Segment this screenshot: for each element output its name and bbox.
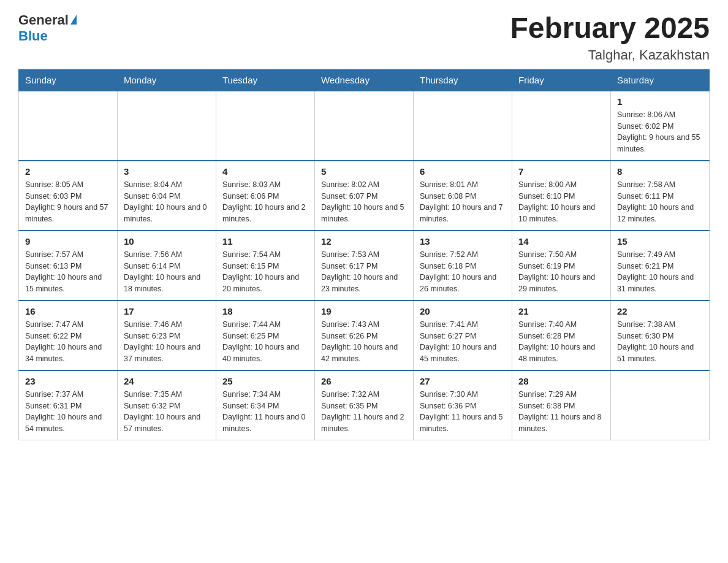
calendar-day-cell: 6Sunrise: 8:01 AMSunset: 6:08 PMDaylight… — [414, 161, 512, 231]
day-info: Sunrise: 8:03 AMSunset: 6:06 PMDaylight:… — [222, 179, 308, 225]
logo-blue-text: Blue — [18, 28, 48, 44]
day-number: 24 — [124, 376, 210, 386]
day-number: 23 — [25, 376, 111, 386]
day-info: Sunrise: 8:06 AMSunset: 6:02 PMDaylight:… — [617, 109, 703, 155]
day-info: Sunrise: 7:44 AMSunset: 6:25 PMDaylight:… — [222, 319, 308, 365]
calendar-day-cell: 18Sunrise: 7:44 AMSunset: 6:25 PMDayligh… — [216, 301, 315, 370]
calendar-day-cell — [611, 370, 710, 440]
day-of-week-header: Sunday — [19, 69, 118, 91]
day-info: Sunrise: 7:50 AMSunset: 6:19 PMDaylight:… — [518, 249, 604, 295]
day-number: 8 — [617, 166, 703, 177]
calendar-day-cell: 12Sunrise: 7:53 AMSunset: 6:17 PMDayligh… — [315, 231, 414, 301]
calendar-table: SundayMondayTuesdayWednesdayThursdayFrid… — [18, 69, 710, 440]
calendar-week-row: 1Sunrise: 8:06 AMSunset: 6:02 PMDaylight… — [19, 91, 710, 161]
title-area: February 2025 Talghar, Kazakhstan — [510, 12, 710, 63]
day-info: Sunrise: 7:47 AMSunset: 6:22 PMDaylight:… — [25, 319, 111, 365]
calendar-day-cell: 23Sunrise: 7:37 AMSunset: 6:31 PMDayligh… — [19, 370, 118, 440]
day-info: Sunrise: 7:52 AMSunset: 6:18 PMDaylight:… — [420, 249, 506, 295]
calendar-day-cell — [512, 91, 611, 161]
day-number: 6 — [420, 166, 506, 177]
logo: General Blue — [18, 12, 77, 44]
day-number: 12 — [321, 236, 407, 247]
calendar-week-row: 2Sunrise: 8:05 AMSunset: 6:03 PMDaylight… — [19, 161, 710, 231]
day-number: 19 — [321, 306, 407, 316]
day-number: 20 — [420, 306, 506, 316]
day-info: Sunrise: 7:41 AMSunset: 6:27 PMDaylight:… — [420, 319, 506, 365]
calendar-day-cell: 9Sunrise: 7:57 AMSunset: 6:13 PMDaylight… — [19, 231, 118, 301]
calendar-day-cell: 14Sunrise: 7:50 AMSunset: 6:19 PMDayligh… — [512, 231, 611, 301]
calendar-day-cell — [414, 91, 512, 161]
calendar-day-cell: 8Sunrise: 7:58 AMSunset: 6:11 PMDaylight… — [611, 161, 710, 231]
day-of-week-header: Wednesday — [315, 69, 414, 91]
day-number: 17 — [124, 306, 210, 316]
day-number: 27 — [420, 376, 506, 386]
calendar-week-row: 23Sunrise: 7:37 AMSunset: 6:31 PMDayligh… — [19, 370, 710, 440]
calendar-day-cell: 24Sunrise: 7:35 AMSunset: 6:32 PMDayligh… — [118, 370, 216, 440]
day-of-week-header: Friday — [512, 69, 611, 91]
day-number: 5 — [321, 166, 407, 177]
day-info: Sunrise: 7:29 AMSunset: 6:38 PMDaylight:… — [518, 389, 604, 435]
day-of-week-header: Monday — [118, 69, 216, 91]
day-info: Sunrise: 8:02 AMSunset: 6:07 PMDaylight:… — [321, 179, 407, 225]
page-header: General Blue February 2025 Talghar, Kaza… — [18, 12, 710, 63]
day-info: Sunrise: 7:38 AMSunset: 6:30 PMDaylight:… — [617, 319, 703, 365]
calendar-day-cell: 13Sunrise: 7:52 AMSunset: 6:18 PMDayligh… — [414, 231, 512, 301]
day-number: 16 — [25, 306, 111, 316]
calendar-day-cell: 17Sunrise: 7:46 AMSunset: 6:23 PMDayligh… — [118, 301, 216, 370]
day-info: Sunrise: 7:34 AMSunset: 6:34 PMDaylight:… — [222, 389, 308, 435]
calendar-day-cell: 27Sunrise: 7:30 AMSunset: 6:36 PMDayligh… — [414, 370, 512, 440]
day-number: 15 — [617, 236, 703, 247]
calendar-day-cell: 19Sunrise: 7:43 AMSunset: 6:26 PMDayligh… — [315, 301, 414, 370]
day-number: 11 — [222, 236, 308, 247]
day-number: 14 — [518, 236, 604, 247]
calendar-day-cell: 16Sunrise: 7:47 AMSunset: 6:22 PMDayligh… — [19, 301, 118, 370]
day-number: 7 — [518, 166, 604, 177]
day-info: Sunrise: 7:53 AMSunset: 6:17 PMDaylight:… — [321, 249, 407, 295]
day-number: 13 — [420, 236, 506, 247]
day-number: 26 — [321, 376, 407, 386]
day-info: Sunrise: 7:57 AMSunset: 6:13 PMDaylight:… — [25, 249, 111, 295]
day-number: 3 — [124, 166, 210, 177]
day-info: Sunrise: 7:54 AMSunset: 6:15 PMDaylight:… — [222, 249, 308, 295]
day-of-week-header: Tuesday — [216, 69, 315, 91]
calendar-day-cell — [118, 91, 216, 161]
day-number: 4 — [222, 166, 308, 177]
calendar-header-row: SundayMondayTuesdayWednesdayThursdayFrid… — [19, 69, 710, 91]
calendar-day-cell: 3Sunrise: 8:04 AMSunset: 6:04 PMDaylight… — [118, 161, 216, 231]
logo-general-text: General — [18, 12, 69, 28]
day-number: 2 — [25, 166, 111, 177]
day-info: Sunrise: 7:49 AMSunset: 6:21 PMDaylight:… — [617, 249, 703, 295]
day-number: 21 — [518, 306, 604, 316]
day-info: Sunrise: 8:00 AMSunset: 6:10 PMDaylight:… — [518, 179, 604, 225]
day-info: Sunrise: 7:56 AMSunset: 6:14 PMDaylight:… — [124, 249, 210, 295]
day-number: 28 — [518, 376, 604, 386]
day-info: Sunrise: 7:40 AMSunset: 6:28 PMDaylight:… — [518, 319, 604, 365]
month-title: February 2025 — [510, 12, 710, 45]
day-number: 25 — [222, 376, 308, 386]
calendar-day-cell: 28Sunrise: 7:29 AMSunset: 6:38 PMDayligh… — [512, 370, 611, 440]
calendar-day-cell: 4Sunrise: 8:03 AMSunset: 6:06 PMDaylight… — [216, 161, 315, 231]
calendar-day-cell: 22Sunrise: 7:38 AMSunset: 6:30 PMDayligh… — [611, 301, 710, 370]
calendar-day-cell — [315, 91, 414, 161]
day-number: 22 — [617, 306, 703, 316]
calendar-day-cell — [216, 91, 315, 161]
calendar-day-cell: 10Sunrise: 7:56 AMSunset: 6:14 PMDayligh… — [118, 231, 216, 301]
day-number: 1 — [617, 96, 703, 107]
day-info: Sunrise: 7:46 AMSunset: 6:23 PMDaylight:… — [124, 319, 210, 365]
calendar-day-cell: 11Sunrise: 7:54 AMSunset: 6:15 PMDayligh… — [216, 231, 315, 301]
day-number: 18 — [222, 306, 308, 316]
day-info: Sunrise: 7:43 AMSunset: 6:26 PMDaylight:… — [321, 319, 407, 365]
calendar-day-cell: 21Sunrise: 7:40 AMSunset: 6:28 PMDayligh… — [512, 301, 611, 370]
calendar-day-cell: 7Sunrise: 8:00 AMSunset: 6:10 PMDaylight… — [512, 161, 611, 231]
calendar-day-cell: 2Sunrise: 8:05 AMSunset: 6:03 PMDaylight… — [19, 161, 118, 231]
calendar-week-row: 16Sunrise: 7:47 AMSunset: 6:22 PMDayligh… — [19, 301, 710, 370]
calendar-day-cell: 1Sunrise: 8:06 AMSunset: 6:02 PMDaylight… — [611, 91, 710, 161]
calendar-day-cell: 26Sunrise: 7:32 AMSunset: 6:35 PMDayligh… — [315, 370, 414, 440]
calendar-day-cell: 15Sunrise: 7:49 AMSunset: 6:21 PMDayligh… — [611, 231, 710, 301]
day-info: Sunrise: 8:04 AMSunset: 6:04 PMDaylight:… — [124, 179, 210, 225]
day-of-week-header: Thursday — [414, 69, 512, 91]
day-info: Sunrise: 7:37 AMSunset: 6:31 PMDaylight:… — [25, 389, 111, 435]
day-number: 9 — [25, 236, 111, 247]
calendar-day-cell: 25Sunrise: 7:34 AMSunset: 6:34 PMDayligh… — [216, 370, 315, 440]
day-info: Sunrise: 8:05 AMSunset: 6:03 PMDaylight:… — [25, 179, 111, 225]
